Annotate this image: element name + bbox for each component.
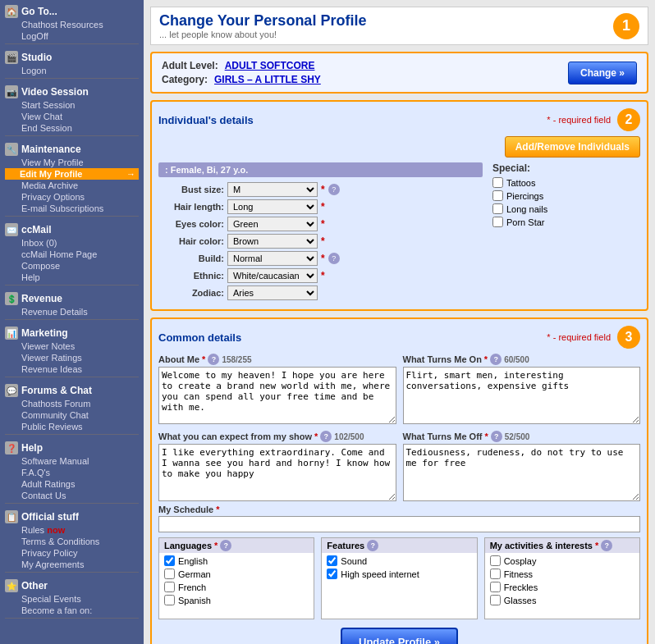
select-haircolor[interactable]: Brown <box>227 234 318 249</box>
change-button[interactable]: Change » <box>568 62 637 84</box>
select-eyescolor[interactable]: Green <box>227 217 318 231</box>
special-checkbox[interactable] <box>492 217 503 227</box>
sidebar-item-adult-ratings[interactable]: Adult Ratings <box>5 478 139 490</box>
col-checkbox[interactable] <box>490 595 501 605</box>
update-profile-button[interactable]: Update Profile » <box>341 628 458 644</box>
sidebar-section-other: ⭐OtherSpecial EventsBecome a fan on: <box>0 578 144 623</box>
sidebar-title-forums: 💬Forums & Chat <box>5 384 139 397</box>
required-star: * <box>321 184 325 195</box>
sidebar-item-my-agreements[interactable]: My Agreements <box>5 559 139 570</box>
col-required: * <box>214 541 218 550</box>
special-checkbox[interactable] <box>492 177 503 188</box>
sidebar-item-viewer-notes[interactable]: Viewer Notes <box>5 340 139 352</box>
col-box-features: Features?SoundHigh speed internet <box>321 537 477 619</box>
sidebar-item-rules-now[interactable]: Rules now <box>5 524 139 536</box>
common-section: Common details * - required field 3 Abou… <box>150 317 648 644</box>
about-me-info-icon[interactable]: ? <box>208 354 219 365</box>
select-build[interactable]: Normal <box>227 251 318 266</box>
select-hairlength[interactable]: Long <box>227 199 318 214</box>
info-icon[interactable]: ? <box>328 253 340 264</box>
sidebar-title-goto: 🏠Go To... <box>5 5 139 18</box>
sidebar-item-e-mail-subscriptions[interactable]: E-mail Subscriptions <box>5 203 139 214</box>
sidebar-icon-video-session: 📷 <box>5 85 18 98</box>
about-me-textarea[interactable]: Welcome to my heaven! I hope you are her… <box>158 367 396 424</box>
turns-off-label: What Turns Me Off <box>403 432 483 441</box>
required-star: * <box>321 253 325 264</box>
schedule-label: My Schedule <box>158 505 213 514</box>
expect-info-icon[interactable]: ? <box>320 431 332 442</box>
required-star: * <box>321 218 325 230</box>
select-bustsize[interactable]: M <box>227 182 318 197</box>
col-checkbox-item: Spanish <box>164 595 309 605</box>
select-zodiac[interactable]: Aries <box>227 285 318 300</box>
info-icon[interactable]: ? <box>328 184 340 195</box>
col-header: My activities & interests*? <box>485 538 639 553</box>
expect-textarea[interactable]: I like everything extraordinary. Come an… <box>158 444 396 501</box>
col-checkbox[interactable] <box>164 595 175 605</box>
sidebar-item-community-chat[interactable]: Community Chat <box>5 409 139 421</box>
col-info-icon[interactable]: ? <box>367 540 378 551</box>
col-checkbox-item: High speed internet <box>327 569 471 579</box>
special-checkbox-item: Piercings <box>492 190 640 201</box>
special-checkbox[interactable] <box>492 203 503 214</box>
col-checkbox[interactable] <box>164 555 175 566</box>
col-checkbox[interactable] <box>490 555 501 566</box>
sidebar-item-software-manual[interactable]: Software Manual <box>5 455 139 467</box>
sidebar-section-marketing: 📊MarketingViewer NotesViewer RatingsReve… <box>0 325 144 382</box>
col-checkbox-item: English <box>164 555 309 566</box>
page-title: Change Your Personal Profile <box>159 12 366 30</box>
category-value[interactable]: GIRLS – A LITTLE SHY <box>214 74 321 85</box>
col-checkbox[interactable] <box>164 569 175 579</box>
sidebar-item-special-events[interactable]: Special Events <box>5 593 139 605</box>
sidebar-item-public-reviews[interactable]: Public Reviews <box>5 421 139 432</box>
sidebar-item-revenue-details[interactable]: Revenue Details <box>5 306 139 317</box>
sidebar-item-contact-us[interactable]: Contact Us <box>5 490 139 501</box>
col-checkbox-item: Glasses <box>490 595 634 605</box>
sidebar-item-chathost-resources[interactable]: Chathost Resources <box>5 19 139 30</box>
sidebar-item-end-session[interactable]: End Session <box>5 122 139 134</box>
turns-off-info-icon[interactable]: ? <box>491 431 502 442</box>
turns-on-info-icon[interactable]: ? <box>490 354 502 365</box>
sidebar-item-chathosts-forum[interactable]: Chathosts Forum <box>5 398 139 409</box>
select-ethnic[interactable]: White/caucasian <box>227 268 318 283</box>
col-checkbox[interactable] <box>490 582 501 592</box>
schedule-input[interactable]: I am here almost everyday <box>158 516 640 532</box>
sidebar-item-help[interactable]: Help <box>5 272 139 283</box>
sidebar-item-view-my-profile[interactable]: View My Profile <box>5 157 139 168</box>
sidebar-item-logon[interactable]: Logon <box>5 65 139 76</box>
sidebar-item-logoff[interactable]: LogOff <box>5 30 139 42</box>
sidebar-item-edit-my-profile[interactable]: Edit My Profile <box>5 168 139 180</box>
turns-on-textarea[interactable]: Flirt, smart men, interesting conversati… <box>403 367 641 424</box>
col-info-icon[interactable]: ? <box>601 540 612 551</box>
sidebar-title-revenue: 💲Revenue <box>5 292 139 305</box>
form-row: Eyes color:Green* <box>158 217 483 231</box>
col-checkbox[interactable] <box>327 569 337 579</box>
form-label: Hair color: <box>158 236 224 246</box>
adult-level-label: Adult Level: <box>162 60 218 71</box>
person-header: : Female, Bi, 27 y.o. <box>158 162 483 177</box>
sidebar-item-start-session[interactable]: Start Session <box>5 99 139 111</box>
special-checkbox[interactable] <box>492 190 503 201</box>
sidebar-item-viewer-ratings[interactable]: Viewer Ratings <box>5 352 139 363</box>
adult-level-value[interactable]: ADULT SOFTCORE <box>225 60 315 71</box>
sidebar-item-privacy-options[interactable]: Privacy Options <box>5 191 139 203</box>
sidebar-item-privacy-policy[interactable]: Privacy Policy <box>5 547 139 559</box>
col-checkbox[interactable] <box>490 569 501 579</box>
sidebar-item-revenue-ideas[interactable]: Revenue Ideas <box>5 363 139 375</box>
sidebar-item-view-chat[interactable]: View Chat <box>5 111 139 122</box>
sidebar-item-terms--conditions[interactable]: Terms & Conditions <box>5 536 139 547</box>
sidebar-title-ccmail: ✉️ccMail <box>5 223 139 236</box>
turns-off-textarea[interactable]: Tediousness, rudeness, do not try to use… <box>403 444 641 501</box>
col-checkbox[interactable] <box>164 582 175 592</box>
sidebar-item-faqs[interactable]: F.A.Q's <box>5 467 139 478</box>
sidebar-icon-revenue: 💲 <box>5 292 18 305</box>
sidebar-title-help: ❓Help <box>5 441 139 454</box>
add-remove-individuals-button[interactable]: Add/Remove Individuals <box>505 136 640 158</box>
col-info-icon[interactable]: ? <box>220 540 231 551</box>
sidebar-item-media-archive[interactable]: Media Archive <box>5 180 139 191</box>
col-checkbox[interactable] <box>327 555 337 566</box>
sidebar-item-become-a-fan-on[interactable]: Become a fan on: <box>5 605 139 616</box>
sidebar-item-compose[interactable]: Compose <box>5 260 139 272</box>
sidebar-item-inbox-0[interactable]: Inbox (0) <box>5 237 139 249</box>
sidebar-item-ccmail-home-page[interactable]: ccMail Home Page <box>5 249 139 260</box>
